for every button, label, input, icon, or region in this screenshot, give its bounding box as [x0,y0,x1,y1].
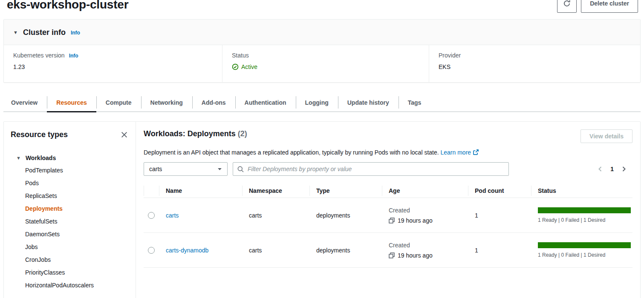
cluster-info-body: Kubernetes version Info 1.23 Status Acti… [4,45,640,82]
row-select-radio[interactable] [148,247,155,254]
column-header-name: Name [159,183,242,198]
sidebar-group-label: Workloads [26,155,56,161]
status-label: Status [232,52,249,59]
delete-cluster-button[interactable]: Delete cluster [581,0,638,13]
tab-label: Update history [347,99,389,106]
age-value: 19 hours ago [398,252,433,259]
deployments-table: Name Namespace Type Age Pod count Status… [144,183,632,268]
table-header-row: Name Namespace Type Age Pod count Status [144,183,632,198]
collapse-caret-icon: ▼ [13,30,18,35]
column-header-type: Type [309,183,382,198]
tab-label: Logging [305,99,329,106]
deployment-name-link[interactable]: carts-dynamodb [166,247,208,254]
deployments-count: (2) [238,129,247,138]
external-link-icon [473,149,479,156]
tab[interactable]: Tags [399,93,431,112]
cluster-tabs: Overview Resources Compute Networking Ad… [3,93,641,112]
tab[interactable]: Logging [296,93,338,112]
pod-count-cell: 1 [468,212,531,219]
tab-label: Authentication [245,99,286,106]
resource-types-sidebar: Resource types ▼ Workloads PodTemplates … [4,122,136,298]
chevron-left-icon [598,166,603,172]
tab-label: Resources [56,99,87,106]
refresh-button[interactable] [557,0,577,13]
tab[interactable]: Overview [3,93,47,112]
status-bar [538,207,631,213]
cluster-info-title: Cluster info [23,28,66,37]
tab-label: Add-ons [202,99,226,106]
age-created-label: Created [389,207,468,214]
tab[interactable]: Add-ons [192,93,235,112]
sidebar-item[interactable]: ReplicaSets [25,189,129,202]
filter-dropdown-value: carts [149,166,162,172]
sidebar-item[interactable]: PodTemplates [25,164,129,177]
search-input[interactable] [248,166,504,172]
previous-page-button[interactable] [597,165,604,173]
table-row: carts-dynamodb carts deployments Created… [144,233,632,268]
status-bar [538,242,631,248]
tab[interactable]: Compute [96,93,141,112]
sidebar-items: PodTemplates Pods ReplicaSets Deployment… [11,164,129,292]
pod-count-cell: 1 [468,247,531,254]
page-title: eks-workshop-cluster [7,0,128,11]
copy-icon[interactable] [389,218,395,224]
status-text: 1 Ready | 0 Failed | 1 Desired [538,252,631,258]
next-page-button[interactable] [621,165,627,173]
learn-more-link[interactable]: Learn more [441,149,479,156]
group-caret-icon: ▼ [16,156,21,160]
kubernetes-version-info-link[interactable]: Info [69,53,78,59]
view-details-button[interactable]: View details [580,129,632,143]
deployments-content: Workloads: Deployments (2) View details … [136,122,640,298]
cluster-info-info-link[interactable]: Info [71,30,80,36]
tab[interactable]: Update history [338,93,399,112]
sidebar-item[interactable]: Jobs [25,241,129,253]
cluster-info-header[interactable]: ▼ Cluster info Info [4,20,640,45]
sidebar-item[interactable]: CronJobs [25,253,129,266]
pagination: 1 [597,165,632,173]
sidebar-item[interactable]: PriorityClasses [25,266,129,279]
kubernetes-version-value: 1.23 [13,63,213,70]
deployment-name-link[interactable]: carts [166,212,179,219]
namespace-cell: carts [242,247,309,254]
copy-icon[interactable] [389,252,395,258]
row-select-radio[interactable] [148,212,155,219]
refresh-icon [563,0,571,7]
filter-dropdown[interactable]: carts [144,162,228,176]
tab[interactable]: Networking [141,93,192,112]
sidebar-item[interactable]: StatefulSets [25,215,129,228]
sidebar-item[interactable]: Pods [25,177,129,189]
deployments-description: Deployment is an API object that manages… [144,149,439,156]
provider-value: EKS [439,63,631,70]
sidebar-close-button[interactable] [120,130,129,139]
close-icon [121,131,128,138]
resources-panel: Resource types ▼ Workloads PodTemplates … [3,121,641,298]
sidebar-title: Resource types [11,130,68,139]
status-cell: 1 Ready | 0 Failed | 1 Desired [531,207,632,223]
type-cell: deployments [309,247,382,254]
age-created-label: Created [389,242,468,249]
column-header-age: Age [382,183,468,198]
tab-label: Networking [150,99,183,106]
cluster-info-card: ▼ Cluster info Info Kubernetes version I… [3,19,641,83]
deployments-title: Workloads: Deployments [144,129,236,138]
age-value: 19 hours ago [398,217,433,224]
tab-label: Overview [11,99,38,106]
column-header-status: Status [531,183,632,198]
status-cell: 1 Ready | 0 Failed | 1 Desired [531,242,632,258]
sidebar-item[interactable]: DaemonSets [25,228,129,241]
sidebar-group-workloads[interactable]: ▼ Workloads [11,155,129,161]
tab[interactable]: Resources [47,93,96,112]
status-text: 1 Ready | 0 Failed | 1 Desired [538,217,631,223]
kubernetes-version-label: Kubernetes version [13,52,65,59]
age-cell: Created 19 hours ago [382,207,468,224]
search-box [233,162,509,176]
column-header-namespace: Namespace [242,183,309,198]
learn-more-label: Learn more [441,149,471,156]
table-row: carts carts deployments Created 19 hours… [144,198,632,233]
sidebar-item[interactable]: Deployments [25,202,129,215]
status-check-icon [232,63,239,70]
status-value: Active [241,63,257,70]
chevron-right-icon [621,166,627,172]
sidebar-item[interactable]: HorizontalPodAutoscalers [25,279,129,292]
tab[interactable]: Authentication [235,93,296,112]
